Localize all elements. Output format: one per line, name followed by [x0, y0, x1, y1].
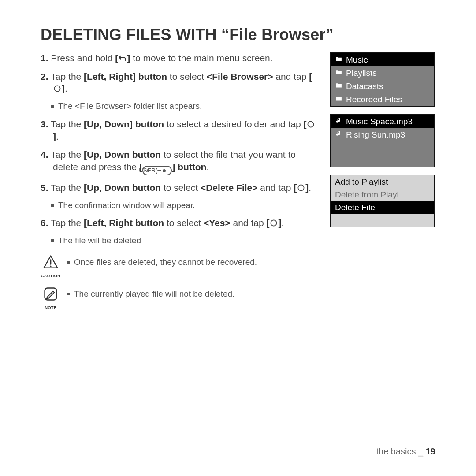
text: Tap the [51, 119, 84, 129]
file-list-panel: Music Space.mp3 Rising Sun.mp3 [330, 114, 435, 167]
folder-item-recorded: Recorded Files [331, 93, 434, 106]
text: and tap [273, 71, 309, 82]
blank-row [331, 141, 434, 154]
page-title: DELETING FILES WITH “File Browser” [41, 26, 435, 44]
label: Recorded Files [346, 95, 402, 104]
text: to select [161, 182, 201, 193]
text: <File Browser> [207, 71, 273, 82]
caution-icon [43, 254, 59, 272]
page-footer: the basics _ 19 [376, 446, 435, 457]
music-note-icon [335, 117, 342, 126]
user-button-icon: USER( [142, 166, 172, 175]
step-1: Press and hold [] to move to the main me… [41, 52, 318, 64]
folder-item-datacasts: Datacasts [331, 79, 434, 93]
note-icon [43, 286, 59, 304]
menu-add-to-playlist: Add to Playlist [331, 175, 434, 188]
note-block: NOTE The currently played file will not … [41, 286, 318, 310]
text: Up, Down button [87, 149, 161, 160]
folder-icon [335, 55, 342, 64]
context-menu-panel: Add to Playlist Delete from Playl... Del… [330, 175, 435, 227]
step-5-sub: The confirmation window will appear. [51, 200, 318, 211]
label: Delete File [335, 203, 375, 212]
folder-list-panel: Music Playlists Datacasts Recorded Files [330, 52, 435, 107]
file-item-rising-sun: Rising Sun.mp3 [331, 128, 434, 141]
svg-point-2 [298, 185, 304, 190]
steps-list: Press and hold [] to move to the main me… [41, 52, 318, 95]
text: to select [167, 71, 207, 82]
step-6: Tap the [Left, Right button to select <Y… [41, 217, 318, 229]
menu-delete-file: Delete File [331, 201, 434, 214]
text: Tap the [51, 218, 84, 228]
back-icon [118, 54, 127, 63]
text: to move to the main menu screen. [130, 53, 272, 63]
folder-item-music: Music [331, 53, 434, 66]
menu-delete-from-playlist: Delete from Playl... [331, 188, 434, 201]
text: Up, Down] button [87, 119, 164, 129]
text: Tap the [51, 149, 84, 160]
step-2-sub: The <File Browser> folder list appears. [51, 101, 318, 112]
label: Rising Sun.mp3 [346, 130, 405, 139]
step-6-sub: The file will be deleted [51, 235, 318, 246]
text: Press and hold [51, 53, 115, 63]
label: Add to Playlist [335, 178, 388, 186]
footer-page: 19 [426, 446, 435, 456]
svg-point-3 [271, 220, 277, 226]
select-icon [297, 183, 305, 192]
file-item-music-space: Music Space.mp3 [331, 115, 434, 128]
svg-point-1 [308, 121, 314, 127]
text: button [175, 162, 206, 172]
text: Left, Right button [87, 218, 164, 228]
device-screens-column: Music Playlists Datacasts Recorded Files… [330, 52, 435, 310]
footer-section: the basics _ [376, 446, 425, 456]
blank-row [331, 154, 434, 167]
note-text: The currently played file will not be de… [67, 289, 318, 300]
text: Tap the [51, 71, 84, 82]
instructions-column: Press and hold [] to move to the main me… [41, 52, 318, 310]
text: Left, Right] button [87, 71, 167, 82]
folder-item-playlists: Playlists [331, 66, 434, 79]
label: Music [346, 56, 368, 64]
text: and tap [258, 182, 294, 193]
caution-block: CAUTION Once files are deleted, they can… [41, 254, 318, 278]
note-label: NOTE [45, 305, 56, 310]
folder-icon [335, 95, 342, 104]
label: Music Space.mp3 [346, 117, 413, 126]
music-note-icon [335, 130, 342, 139]
label: Delete from Playl... [335, 190, 406, 199]
text: <Delete File> [201, 182, 258, 193]
text: to select a desired folder and tap [164, 119, 303, 129]
text: <Yes> [204, 218, 231, 228]
blank-row [331, 214, 434, 227]
step-5: Tap the [Up, Down button to select <Dele… [41, 182, 318, 194]
svg-point-5 [50, 265, 51, 267]
select-icon [53, 84, 62, 93]
step-2: Tap the [Left, Right] button to select <… [41, 71, 318, 95]
folder-icon [335, 82, 342, 90]
select-icon [269, 219, 278, 227]
select-icon [306, 120, 315, 129]
text: to select [164, 218, 204, 228]
caution-text: Once files are deleted, they cannot be r… [67, 257, 318, 268]
label: Playlists [346, 69, 377, 77]
folder-icon [335, 68, 342, 77]
svg-point-0 [54, 86, 60, 92]
caution-label: CAUTION [41, 274, 61, 278]
step-3: Tap the [Up, Down] button to select a de… [41, 118, 318, 142]
text: Up, Down button [87, 182, 161, 193]
step-4: Tap the [Up, Down button to select the f… [41, 149, 318, 175]
text: and tap [231, 218, 267, 228]
text: Tap the [51, 182, 84, 193]
label: Datacasts [346, 82, 383, 90]
